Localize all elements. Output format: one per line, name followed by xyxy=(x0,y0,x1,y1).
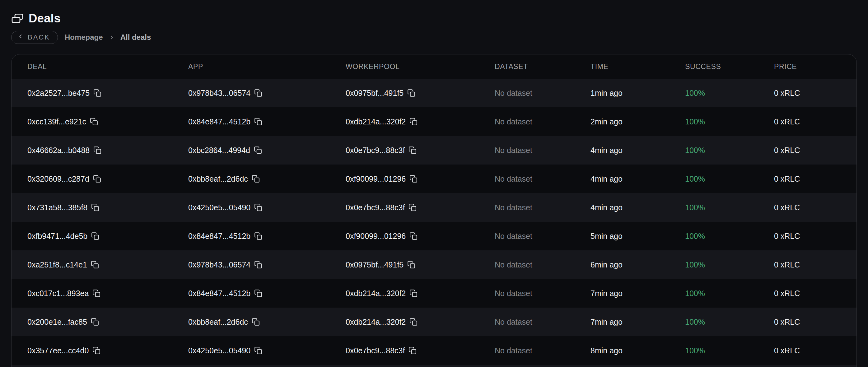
price-value: 0 xRLC xyxy=(774,317,800,327)
column-header-time: TIME xyxy=(590,62,685,71)
copy-icon[interactable] xyxy=(93,146,101,154)
breadcrumb-homepage[interactable]: Homepage xyxy=(65,33,103,42)
success-value: 100% xyxy=(685,317,705,327)
dataset-value: No dataset xyxy=(495,89,532,98)
copy-icon[interactable] xyxy=(409,175,417,183)
price-value: 0 xRLC xyxy=(774,289,800,298)
workerpool-id[interactable]: 0xdb214a...320f2 xyxy=(346,289,406,298)
deals-table-card: DEAL APP WORKERPOOL DATASET TIME SUCCESS… xyxy=(11,54,857,367)
copy-icon[interactable] xyxy=(252,175,260,183)
price-value: 0 xRLC xyxy=(774,260,800,269)
workerpool-id[interactable]: 0xf90099...01296 xyxy=(346,232,406,241)
app-id[interactable]: 0xbb8eaf...2d6dc xyxy=(188,175,248,183)
copy-icon[interactable] xyxy=(254,204,262,212)
table-row[interactable]: 0x3577ee...cc4d0 0x4250e5...05490 0x0e7b… xyxy=(11,336,857,365)
table-row[interactable]: 0x46662a...b0488 0xbc2864...4994d 0x0e7b… xyxy=(11,136,857,164)
copy-icon[interactable] xyxy=(407,89,415,97)
deal-id[interactable]: 0xcc139f...e921c xyxy=(27,117,86,126)
app-id[interactable]: 0x4250e5...05490 xyxy=(188,346,250,355)
workerpool-id[interactable]: 0x0975bf...491f5 xyxy=(346,260,404,269)
price-value: 0 xRLC xyxy=(774,146,800,155)
copy-icon[interactable] xyxy=(252,318,260,326)
success-value: 100% xyxy=(685,146,705,155)
breadcrumb-all-deals: All deals xyxy=(120,33,151,42)
copy-icon[interactable] xyxy=(408,346,416,355)
table-row[interactable]: 0x2a2527...be475 0x978b43...06574 0x0975… xyxy=(11,79,857,107)
copy-icon[interactable] xyxy=(254,146,262,154)
app-id[interactable]: 0x84e847...4512b xyxy=(188,232,250,241)
copy-icon[interactable] xyxy=(254,289,262,297)
success-value: 100% xyxy=(685,346,705,355)
copy-icon[interactable] xyxy=(408,146,416,154)
price-value: 0 xRLC xyxy=(774,346,800,355)
workerpool-id[interactable]: 0x0975bf...491f5 xyxy=(346,89,404,98)
app-id[interactable]: 0x978b43...06574 xyxy=(188,260,250,269)
column-header-success: SUCCESS xyxy=(685,62,774,71)
time-value: 5min ago xyxy=(590,232,623,241)
app-id[interactable]: 0xbc2864...4994d xyxy=(188,146,250,155)
deal-id[interactable]: 0xfb9471...4de5b xyxy=(27,232,87,241)
success-value: 100% xyxy=(685,260,705,269)
workerpool-id[interactable]: 0x0e7bc9...88c3f xyxy=(346,346,405,355)
table-row[interactable]: 0xfb9471...4de5b 0x84e847...4512b 0xf900… xyxy=(11,222,857,250)
copy-icon[interactable] xyxy=(90,118,98,126)
copy-icon[interactable] xyxy=(91,232,99,240)
app-id[interactable]: 0x84e847...4512b xyxy=(188,289,250,298)
deal-id[interactable]: 0x2a2527...be475 xyxy=(27,89,90,98)
copy-icon[interactable] xyxy=(91,318,99,326)
app-id[interactable]: 0x84e847...4512b xyxy=(188,117,250,126)
copy-icon[interactable] xyxy=(91,204,99,212)
deal-id[interactable]: 0x731a58...385f8 xyxy=(27,203,87,212)
deal-id[interactable]: 0x200e1e...fac85 xyxy=(27,317,87,327)
copy-icon[interactable] xyxy=(254,232,262,240)
copy-icon[interactable] xyxy=(91,261,99,269)
table-row[interactable]: 0xa251f8...c14e1 0x978b43...06574 0x0975… xyxy=(11,250,857,279)
copy-icon[interactable] xyxy=(407,261,415,269)
app-id[interactable]: 0x4250e5...05490 xyxy=(188,203,250,212)
copy-icon[interactable] xyxy=(409,118,417,126)
workerpool-id[interactable]: 0x0e7bc9...88c3f xyxy=(346,146,405,155)
app-id[interactable]: 0x978b43...06574 xyxy=(188,89,250,98)
price-value: 0 xRLC xyxy=(774,203,800,212)
time-value: 4min ago xyxy=(590,175,623,183)
price-value: 0 xRLC xyxy=(774,89,800,98)
workerpool-id[interactable]: 0x0e7bc9...88c3f xyxy=(346,203,405,212)
page-header: Deals BACK Homepage All deals xyxy=(11,12,151,44)
dataset-value: No dataset xyxy=(495,146,532,155)
price-value: 0 xRLC xyxy=(774,232,800,241)
deal-id[interactable]: 0xc017c1...893ea xyxy=(27,289,89,298)
table-row[interactable]: 0xcc139f...e921c 0x84e847...4512b 0xdb21… xyxy=(11,107,857,136)
copy-icon[interactable] xyxy=(254,89,262,97)
copy-icon[interactable] xyxy=(92,346,100,355)
copy-icon[interactable] xyxy=(93,175,101,183)
app-id[interactable]: 0xbb8eaf...2d6dc xyxy=(188,317,248,327)
price-value: 0 xRLC xyxy=(774,175,800,183)
deal-id[interactable]: 0x46662a...b0488 xyxy=(27,146,90,155)
column-header-deal: DEAL xyxy=(27,62,188,71)
success-value: 100% xyxy=(685,232,705,241)
copy-icon[interactable] xyxy=(409,318,417,326)
workerpool-id[interactable]: 0xf90099...01296 xyxy=(346,175,406,183)
copy-icon[interactable] xyxy=(254,118,262,126)
workerpool-id[interactable]: 0xdb214a...320f2 xyxy=(346,317,406,327)
deal-id[interactable]: 0xa251f8...c14e1 xyxy=(27,260,87,269)
table-row[interactable]: 0x200e1e...fac85 0xbb8eaf...2d6dc 0xdb21… xyxy=(11,308,857,336)
copy-icon[interactable] xyxy=(93,89,101,97)
copy-icon[interactable] xyxy=(409,289,417,297)
success-value: 100% xyxy=(685,203,705,212)
column-header-price: PRICE xyxy=(774,62,857,71)
deal-id[interactable]: 0x320609...c287d xyxy=(27,175,89,183)
copy-icon[interactable] xyxy=(254,261,262,269)
copy-icon[interactable] xyxy=(92,289,100,297)
copy-icon[interactable] xyxy=(409,232,417,240)
deal-id[interactable]: 0x3577ee...cc4d0 xyxy=(27,346,89,355)
copy-icon[interactable] xyxy=(408,204,416,212)
table-row[interactable]: 0x320609...c287d 0xbb8eaf...2d6dc 0xf900… xyxy=(11,164,857,193)
dataset-value: No dataset xyxy=(495,203,532,212)
table-row[interactable]: 0xc017c1...893ea 0x84e847...4512b 0xdb21… xyxy=(11,279,857,308)
table-row[interactable]: 0x731a58...385f8 0x4250e5...05490 0x0e7b… xyxy=(11,193,857,222)
copy-icon[interactable] xyxy=(254,346,262,355)
deals-icon xyxy=(11,13,24,24)
workerpool-id[interactable]: 0xdb214a...320f2 xyxy=(346,117,406,126)
back-button[interactable]: BACK xyxy=(11,31,58,44)
